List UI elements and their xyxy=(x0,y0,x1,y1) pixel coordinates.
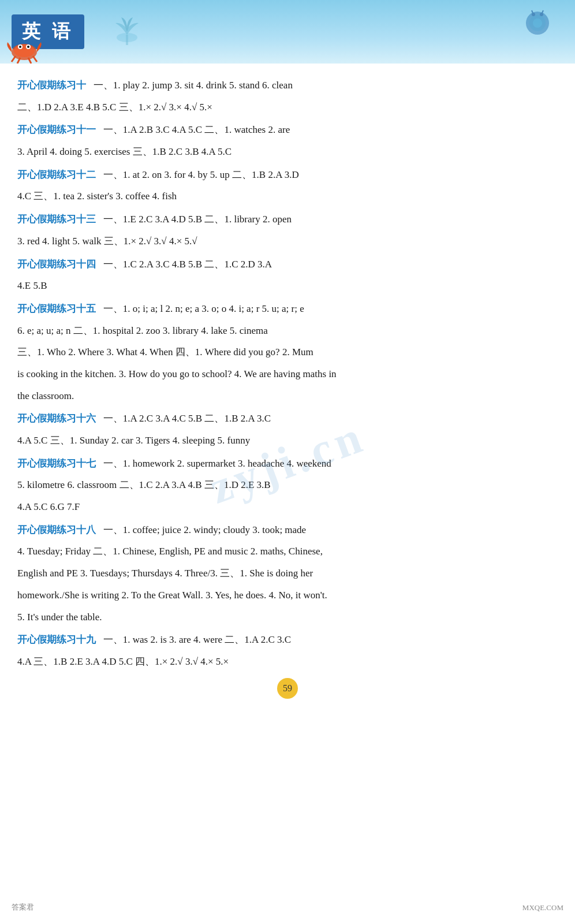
crab-decoration xyxy=(3,32,46,64)
section-13-line1: 开心假期练习十三 一、1.E 2.C 3.A 4.D 5.B 二、1. libr… xyxy=(17,209,558,230)
section-18-title: 开心假期练习十八 xyxy=(17,524,96,535)
svg-rect-1 xyxy=(126,35,128,45)
section-12-line1: 开心假期练习十二 一、1. at 2. on 3. for 4. by 5. u… xyxy=(17,165,558,185)
section-16: 开心假期练习十六 一、1.A 2.C 3.A 4.C 5.B 二、1.B 2.A… xyxy=(17,408,558,450)
section-15-line1: 开心假期练习十五 一、1. o; i; a; l 2. n; e; a 3. o… xyxy=(17,299,558,319)
section-16-body1: 一、1.A 2.C 3.A 4.C 5.B 二、1.B 2.A 3.C xyxy=(103,413,271,424)
svg-point-10 xyxy=(14,44,35,57)
svg-point-18 xyxy=(27,46,29,48)
header: 英 语 xyxy=(0,0,575,64)
section-18-line2: 4. Tuesday; Friday 二、1. Chinese, English… xyxy=(17,541,558,562)
page-number-container: 59 xyxy=(277,678,298,699)
section-19: 开心假期练习十九 一、1. was 2. is 3. are 4. were 二… xyxy=(17,629,558,672)
section-12-line2: 4.C 三、1. tea 2. sister's 3. coffee 4. fi… xyxy=(17,186,558,207)
svg-point-4 xyxy=(533,18,542,28)
section-19-line1: 开心假期练习十九 一、1. was 2. is 3. are 4. were 二… xyxy=(17,629,558,650)
section-14-line1: 开心假期练习十四 一、1.C 2.A 3.C 4.B 5.B 二、1.C 2.D… xyxy=(17,254,558,275)
content-area: 开心假期练习十 一、1. play 2. jump 3. sit 4. drin… xyxy=(0,64,575,722)
section-18-body1: 一、1. coffee; juice 2. windy; cloudy 3. t… xyxy=(103,524,306,535)
section-17-line1: 开心假期练习十七 一、1. homework 2. supermarket 3.… xyxy=(17,453,558,474)
section-14-title: 开心假期练习十四 xyxy=(17,259,96,270)
section-16-line1: 开心假期练习十六 一、1.A 2.C 3.A 4.C 5.B 二、1.B 2.A… xyxy=(17,408,558,429)
section-16-line2: 4.A 5.C 三、1. Sunday 2. car 3. Tigers 4. … xyxy=(17,430,558,451)
section-15-line3: 三、1. Who 2. Where 3. What 4. When 四、1. W… xyxy=(17,342,558,363)
section-19-title: 开心假期练习十九 xyxy=(17,634,96,645)
section-15-line5: the classroom. xyxy=(17,386,558,407)
section-18-line3: English and PE 3. Tuesdays; Thursdays 4.… xyxy=(17,563,558,584)
section-14-line2: 4.E 5.B xyxy=(17,275,558,296)
section-15: 开心假期练习十五 一、1. o; i; a; l 2. n; e; a 3. o… xyxy=(17,299,558,406)
section-18: 开心假期练习十八 一、1. coffee; juice 2. windy; cl… xyxy=(17,520,558,627)
section-12-title: 开心假期练习十二 xyxy=(17,169,96,180)
svg-line-11 xyxy=(12,56,16,62)
section-15-title: 开心假期练习十五 xyxy=(17,303,96,314)
section-15-line4: is cooking in the kitchen. 3. How do you… xyxy=(17,364,558,385)
section-18-line1: 开心假期练习十八 一、1. coffee; juice 2. windy; cl… xyxy=(17,520,558,541)
section-11-body1: 一、1.A 2.B 3.C 4.A 5.C 二、1. watches 2. ar… xyxy=(103,124,290,135)
section-14-body1: 一、1.C 2.A 3.C 4.B 5.B 二、1.C 2.D 3.A xyxy=(103,259,272,270)
section-10-body1: 一、1. play 2. jump 3. sit 4. drink 5. sta… xyxy=(94,80,293,91)
section-18-line4: homework./She is writing 2. To the Great… xyxy=(17,585,558,606)
svg-point-17 xyxy=(19,46,21,48)
bottom-right-logo: MXQE.COM xyxy=(522,903,563,912)
section-11-title: 开心假期练习十一 xyxy=(17,124,96,135)
section-12: 开心假期练习十二 一、1. at 2. on 3. for 4. by 5. u… xyxy=(17,165,558,207)
section-10: 开心假期练习十 一、1. play 2. jump 3. sit 4. drin… xyxy=(17,75,558,117)
section-17-line3: 4.A 5.C 6.G 7.F xyxy=(17,497,558,517)
section-10-line1: 开心假期练习十 一、1. play 2. jump 3. sit 4. drin… xyxy=(17,75,558,96)
section-17-title: 开心假期练习十七 xyxy=(17,458,96,469)
section-19-line2: 4.A 三、1.B 2.E 3.A 4.D 5.C 四、1.× 2.√ 3.√ … xyxy=(17,651,558,672)
section-11-line2: 3. April 4. doing 5. exercises 三、1.B 2.C… xyxy=(17,141,558,162)
bottom-left-logo: 答案君 xyxy=(12,902,34,912)
section-19-body1: 一、1. was 2. is 3. are 4. were 二、1.A 2.C … xyxy=(103,634,291,645)
section-17: 开心假期练习十七 一、1. homework 2. supermarket 3.… xyxy=(17,453,558,517)
deco-center xyxy=(104,6,150,52)
section-12-body1: 一、1. at 2. on 3. for 4. by 5. up 二、1.B 2… xyxy=(103,169,299,180)
section-17-body1: 一、1. homework 2. supermarket 3. headache… xyxy=(103,458,331,469)
section-13-line2: 3. red 4. light 5. walk 三、1.× 2.√ 3.√ 4.… xyxy=(17,231,558,252)
section-17-line2: 5. kilometre 6. classroom 二、1.C 2.A 3.A … xyxy=(17,475,558,495)
section-10-title: 开心假期练习十 xyxy=(17,80,86,91)
section-13: 开心假期练习十三 一、1.E 2.C 3.A 4.D 5.B 二、1. libr… xyxy=(17,209,558,251)
section-11-line1: 开心假期练习十一 一、1.A 2.B 3.C 4.A 5.C 二、1. watc… xyxy=(17,120,558,140)
section-13-title: 开心假期练习十三 xyxy=(17,214,96,225)
section-11: 开心假期练习十一 一、1.A 2.B 3.C 4.A 5.C 二、1. watc… xyxy=(17,120,558,162)
section-13-body1: 一、1.E 2.C 3.A 4.D 5.B 二、1. library 2. op… xyxy=(103,214,292,225)
section-16-title: 开心假期练习十六 xyxy=(17,413,96,424)
section-14: 开心假期练习十四 一、1.C 2.A 3.C 4.B 5.B 二、1.C 2.D… xyxy=(17,254,558,296)
section-10-line2: 二、1.D 2.A 3.E 4.B 5.C 三、1.× 2.√ 3.× 4.√ … xyxy=(17,97,558,118)
svg-line-14 xyxy=(33,56,37,62)
section-15-line2: 6. e; a; u; a; n 二、1. hospital 2. zoo 3.… xyxy=(17,321,558,341)
section-15-body1: 一、1. o; i; a; l 2. n; e; a 3. o; o 4. i;… xyxy=(103,303,304,314)
section-18-line5: 5. It's under the table. xyxy=(17,607,558,628)
